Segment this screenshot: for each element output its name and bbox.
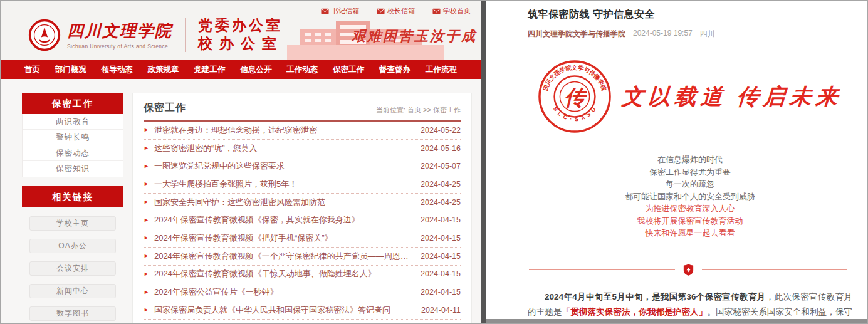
article-paragraph: 2024年4月中旬至5月中旬，是我国第36个保密宣传教育月，此次保密宣传教育月的… <box>528 290 852 324</box>
article-datetime: 2024-05-19 19:57 <box>633 29 693 39</box>
header-banner-art: 艰难困苦玉汝于成 <box>283 1 481 60</box>
nav-item[interactable]: 工作动态 <box>286 65 318 75</box>
university-logo[interactable]: 四川文理学院 Sichuan University of Arts and Sc… <box>28 19 172 51</box>
article-row[interactable]: ► 一大学生爬楼拍百余张照片，获刑5年！ 2024-04-25 <box>144 175 461 194</box>
sidebar-menu: 两识教育 警钟长鸣 保密动态 保密知识 <box>22 114 123 177</box>
article-list-card: 保密工作 当前位置: 首页 >> 保密工作 ► 泄密就在身边：理想信念动摇，违纪… <box>132 93 472 323</box>
office-line2: 校办公室 <box>198 34 283 53</box>
sidebar-menu-item[interactable]: 警钟长鸣 <box>23 130 123 145</box>
article-row[interactable]: ► 2024年保密宣传教育微视频《一个严守保密纪律的共产党员——周恩来》 202… <box>144 248 461 266</box>
bullet-icon: ► <box>144 235 149 241</box>
article-row[interactable]: ► 2024年保密宣传教育微视频《把好手机“保密关”》 2024-04-15 <box>144 229 461 248</box>
bullet-icon: ► <box>144 271 149 277</box>
article-row[interactable]: ► 国家安全共同守护：这些窃密泄密风险需加防范 2024-04-25 <box>144 194 461 212</box>
verse-line-red: 我校将开展保密宣传教育活动 <box>528 215 852 227</box>
sidebar-menu-item[interactable]: 保密知识 <box>23 161 123 177</box>
article-title-link[interactable]: 这些窃密泄密的“坑”，您莫入 <box>154 143 413 154</box>
office-line1: 党委办公室 <box>198 16 283 34</box>
article-date: 2024-04-15 <box>421 252 461 261</box>
related-link-button[interactable]: OA办公 <box>29 239 116 253</box>
right-article-panel: 筑牢保密防线 守护信息安全 四川文理学院文学与传播学院 2024-05-19 1… <box>486 1 867 323</box>
article-title-link[interactable]: 2024年保密宣传教育微视频《一个严守保密纪律的共产党员——周恩来》 <box>154 251 413 262</box>
bullet-icon: ► <box>144 290 149 295</box>
article-location: 四川 <box>700 29 715 39</box>
section-divider <box>529 264 847 276</box>
sidebar-menu-title: 保密工作 <box>22 93 123 114</box>
university-name-en: Sichuan University of Arts and Science <box>67 43 172 50</box>
breadcrumb: 当前位置: 首页 >> 保密工作 <box>376 105 461 115</box>
article-title-link[interactable]: 一大学生爬楼拍百余张照片，获刑5年！ <box>154 179 413 190</box>
nav-item[interactable]: 党建工作 <box>194 65 226 75</box>
sidebar-links-title: 相关链接 <box>22 186 123 207</box>
article-title-link[interactable]: 2024年保密宣传教育微视频《干惊天动地事、做隐姓埋名人》 <box>154 268 413 280</box>
paragraph-bold-lead: 2024年4月中旬至5月中旬，是我国第36个保密宣传教育月 <box>545 292 766 301</box>
college-seal-icon: 四川文理学院文学与传播学院 S L C · S A S U 传 <box>538 60 612 133</box>
svg-text:传: 传 <box>564 86 587 109</box>
verse-line-red: 快来和许愿星一起去看看 <box>528 227 852 239</box>
related-link-button[interactable]: 会议安排 <box>29 261 116 276</box>
article-date: 2024-05-22 <box>421 126 461 135</box>
verse-red-lines: 为推进保密教育深入人心我校将开展保密宣传教育活动快来和许愿星一起去看看 <box>528 202 852 239</box>
article-title-link[interactable]: 国家保密局负责人就《中华人民共和国保守国家秘密法》答记者问 <box>154 305 414 316</box>
sidebar: 保密工作 两识教育 警钟长鸣 保密动态 保密知识 相关链接 <box>22 93 123 323</box>
nav-item[interactable]: 保密工作 <box>333 65 364 75</box>
screenshot-root: 书记信箱 校长信箱 学校首页 <box>0 0 868 324</box>
university-name-cn: 四川文理学院 <box>67 20 172 42</box>
article-page-title: 筑牢保密防线 守护信息安全 <box>528 8 852 21</box>
college-branding: 四川文理学院文学与传播学院 S L C · S A S U 传 文以载道 传启未… <box>528 60 852 133</box>
nav-item[interactable]: 政策规章 <box>148 65 179 75</box>
list-header: 保密工作 当前位置: 首页 >> 保密工作 <box>144 102 461 122</box>
article-date: 2024-04-25 <box>421 180 461 189</box>
main-navigation: 首页 部门概况 领导动态 政策规章 党建工作 信息公开 工作动态 保密工作 督查… <box>1 60 481 79</box>
site-header: 书记信箱 校长信箱 学校首页 <box>1 1 481 60</box>
article-row[interactable]: ► 国家保密局负责人就《中华人民共和国保守国家秘密法》答记者问 2024-04-… <box>144 301 461 320</box>
university-seal-icon <box>28 19 61 51</box>
bullet-icon: ► <box>144 127 149 133</box>
horizontal-scrollbar[interactable] <box>486 319 867 323</box>
college-motto-calligraphy: 文以载道 传启未来 <box>620 82 843 112</box>
list-title: 保密工作 <box>144 102 186 115</box>
related-link-button[interactable]: 学校主页 <box>29 216 116 231</box>
nav-item[interactable]: 领导动态 <box>102 65 133 75</box>
article-title-link[interactable]: 国家安全共同守护：这些窃密泄密风险需加防范 <box>154 197 413 208</box>
verse-line-red: 为推进保密教育深入人心 <box>528 202 852 215</box>
bullet-icon: ► <box>144 307 149 313</box>
article-title-link[interactable]: 2024年保密公益宣传片《一秒钟》 <box>154 286 413 298</box>
article-title-link[interactable]: 一图速览党纪党规中的这些保密要求 <box>154 160 413 172</box>
bullet-icon: ► <box>144 145 149 151</box>
verse-line: 都可能让国家和个人的安全受到威胁 <box>528 191 852 203</box>
related-link-button[interactable]: 新闻中心 <box>29 284 116 298</box>
article-title-link[interactable]: 2024年保密宣传教育微视频《保密，其实就在你我身边》 <box>154 214 413 226</box>
left-browser-panel: 书记信箱 校长信箱 学校首页 <box>1 1 481 323</box>
nav-item[interactable]: 信息公开 <box>240 65 271 75</box>
divider-line-left <box>529 269 675 270</box>
left-page-body: 保密工作 两识教育 警钟长鸣 保密动态 保密知识 相关链接 <box>1 79 481 323</box>
article-row[interactable]: ► 2024年保密宣传教育微视频《保密，其实就在你我身边》 2024-04-15 <box>144 211 461 229</box>
nav-item[interactable]: 督查督办 <box>379 65 410 75</box>
article-date: 2024-04-15 <box>421 216 461 224</box>
office-title: 党委办公室 校办公室 <box>198 16 283 53</box>
article-source-link[interactable]: 四川文理学院文学与传播学院 <box>528 29 625 39</box>
verse-line: 保密工作显得尤为重要 <box>528 166 852 179</box>
nav-item[interactable]: 工作流程 <box>426 65 457 75</box>
article-row[interactable]: ► 泄密就在身边：理想信念动摇，违纪窃密泄密 2024-05-22 <box>144 122 461 140</box>
header-calligraphy: 艰难困苦玉汝于成 <box>352 27 477 46</box>
sidebar-menu-item[interactable]: 保密动态 <box>23 145 123 161</box>
article-row[interactable]: ► 这些窃密泄密的“坑”，您莫入 2024-05-16 <box>144 140 461 158</box>
nav-item[interactable]: 部门概况 <box>55 65 86 75</box>
article-meta: 四川文理学院文学与传播学院 2024-05-19 19:57 四川 <box>528 29 852 39</box>
article-title-link[interactable]: 泄密就在身边：理想信念动摇，违纪窃密泄密 <box>154 125 413 136</box>
sidebar-menu-item[interactable]: 两识教育 <box>23 114 123 130</box>
article-row[interactable]: ► 2024年保密公益宣传片《一秒钟》 2024-04-15 <box>144 283 461 301</box>
bullet-icon: ► <box>144 253 149 259</box>
article-row[interactable]: ► 一图速览党纪党规中的这些保密要求 2024-05-07 <box>144 157 461 175</box>
related-link-button[interactable]: 数字图书 <box>29 306 116 321</box>
article-date: 2024-04-11 <box>421 306 461 315</box>
bullet-icon: ► <box>144 164 149 169</box>
article-row[interactable]: ► 2024年保密宣传教育微视频《干惊天动地事、做隐姓埋名人》 2024-04-… <box>144 266 461 284</box>
nav-item[interactable]: 首页 <box>24 65 40 75</box>
shield-bolt-icon <box>683 264 694 276</box>
verse-line: 每一次的疏忽 <box>528 178 852 191</box>
window-split-divider[interactable] <box>481 1 486 323</box>
article-title-link[interactable]: 2024年保密宣传教育微视频《把好手机“保密关”》 <box>154 233 413 244</box>
